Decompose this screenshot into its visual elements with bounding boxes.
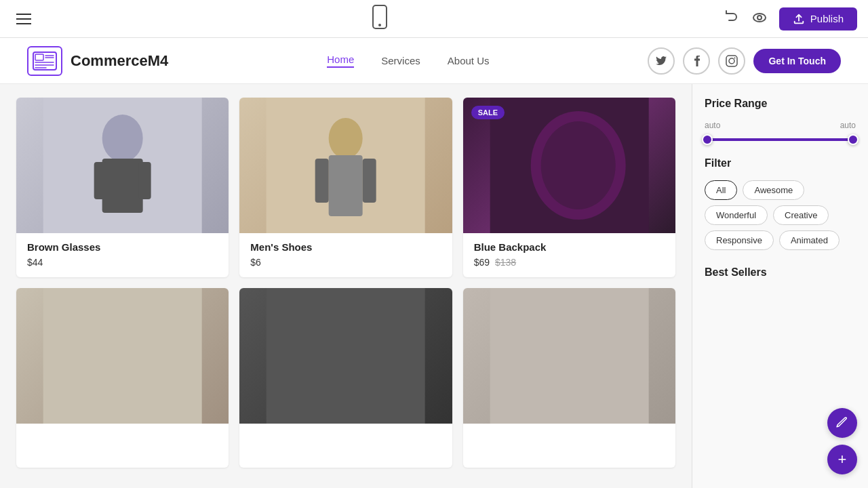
product-image-2 (239, 98, 452, 233)
svg-point-20 (329, 118, 363, 159)
brand-name: CommerceM4 (71, 52, 168, 70)
products-grid: Brown Glasses $44 Men's Shoes (0, 84, 692, 488)
toolbar-right: Publish (724, 7, 857, 30)
brand: CommerceM4 (27, 46, 168, 76)
navbar-nav: Home Services About Us (327, 54, 489, 68)
filter-tag-all[interactable]: All (705, 180, 737, 200)
svg-rect-4 (33, 52, 56, 70)
svg-point-2 (753, 14, 766, 22)
svg-point-12 (729, 58, 734, 64)
instagram-button[interactable] (718, 47, 745, 75)
best-sellers-title: Best Sellers (705, 266, 856, 279)
product-name-1: Brown Glasses (27, 241, 218, 253)
nav-home[interactable]: Home (327, 54, 354, 68)
product-info-6 (463, 424, 675, 468)
range-thumb-left[interactable] (702, 134, 713, 145)
svg-point-1 (378, 24, 381, 26)
publish-button[interactable]: Publish (779, 7, 857, 30)
filter-title: Filter (705, 157, 856, 169)
product-info-2: Men's Shoes $6 (239, 233, 452, 277)
svg-rect-29 (490, 288, 648, 424)
product-card-2[interactable]: Men's Shoes $6 (239, 98, 452, 277)
price-labels: auto auto (705, 121, 856, 130)
add-fab-button[interactable]: + (827, 445, 857, 474)
nav-services[interactable]: Services (381, 55, 420, 66)
price-range-title: Price Range (705, 98, 856, 110)
svg-rect-11 (726, 56, 737, 66)
range-track[interactable] (705, 138, 856, 141)
phone-preview-icon[interactable] (372, 5, 387, 33)
svg-rect-17 (94, 162, 106, 199)
price-range-section: Price Range auto auto (705, 98, 856, 141)
price-2: $6 (250, 257, 261, 268)
eye-icon[interactable] (751, 9, 768, 29)
sale-badge: SALE (471, 106, 505, 119)
svg-point-15 (102, 115, 143, 162)
get-in-touch-button[interactable]: Get In Touch (753, 49, 841, 73)
navbar-actions: Get In Touch (648, 47, 841, 75)
svg-point-26 (540, 121, 615, 209)
facebook-button[interactable] (683, 47, 710, 75)
product-card-4[interactable] (16, 288, 229, 468)
product-name-4 (27, 432, 218, 443)
filter-tag-wonderful[interactable]: Wonderful (705, 205, 768, 225)
svg-rect-22 (315, 159, 329, 203)
product-image-3: SALE (463, 98, 675, 233)
product-price-5 (250, 447, 441, 458)
sidebar: Price Range auto auto Filter All Awesome… (692, 84, 868, 488)
price-1: $44 (27, 257, 43, 268)
svg-point-3 (757, 16, 762, 20)
svg-rect-5 (35, 54, 43, 60)
product-image-1 (16, 98, 229, 233)
toolbar-center (372, 5, 387, 33)
product-info-1: Brown Glasses $44 (16, 233, 229, 277)
svg-rect-16 (102, 159, 143, 213)
product-info-3: Blue Backpack $69 $138 (463, 233, 675, 277)
price-3: $69 (474, 257, 490, 268)
price-min-label: auto (705, 121, 720, 130)
product-price-6 (474, 447, 665, 458)
svg-rect-23 (363, 159, 376, 203)
range-thumb-right[interactable] (848, 134, 859, 145)
twitter-button[interactable] (648, 47, 675, 75)
navbar: CommerceM4 Home Services About Us Get In… (0, 38, 868, 84)
product-name-2: Men's Shoes (250, 241, 441, 253)
edit-fab-button[interactable] (827, 408, 857, 438)
product-name-5 (250, 432, 441, 443)
product-info-5 (239, 424, 452, 468)
undo-icon[interactable] (724, 9, 740, 29)
nav-about[interactable]: About Us (448, 55, 490, 66)
hamburger-icon[interactable] (11, 8, 37, 30)
product-name-6 (474, 432, 665, 443)
filter-tags: All Awesome Wonderful Creative Responsiv… (705, 180, 856, 250)
svg-rect-18 (139, 162, 151, 199)
svg-rect-27 (43, 288, 202, 424)
brand-logo (27, 46, 62, 76)
product-card-5[interactable] (239, 288, 452, 468)
product-image-4 (16, 288, 229, 424)
main-content: Brown Glasses $44 Men's Shoes (0, 84, 868, 488)
filter-tag-animated[interactable]: Animated (779, 230, 840, 250)
filter-tag-awesome[interactable]: Awesome (743, 180, 804, 200)
product-card-3[interactable]: SALE Blue Backpack $69 $138 (463, 98, 675, 277)
fab-container: + (827, 408, 857, 474)
product-card-6[interactable] (463, 288, 675, 468)
svg-rect-28 (267, 288, 425, 424)
svg-rect-21 (329, 155, 363, 216)
price-max-label: auto (840, 121, 856, 130)
product-price-1: $44 (27, 257, 218, 268)
filter-section: Filter All Awesome Wonderful Creative Re… (705, 157, 856, 250)
product-name-3: Blue Backpack (474, 241, 665, 253)
product-info-4 (16, 424, 229, 468)
filter-tag-responsive[interactable]: Responsive (705, 230, 774, 250)
filter-tag-creative[interactable]: Creative (773, 205, 829, 225)
toolbar-left (11, 8, 37, 30)
add-icon: + (838, 452, 847, 467)
product-card-1[interactable]: Brown Glasses $44 (16, 98, 229, 277)
toolbar: Publish (0, 0, 868, 38)
price-original-3: $138 (495, 257, 516, 268)
product-image-5 (239, 288, 452, 424)
svg-point-13 (734, 57, 736, 58)
product-image-6 (463, 288, 675, 424)
product-price-4 (27, 447, 218, 458)
